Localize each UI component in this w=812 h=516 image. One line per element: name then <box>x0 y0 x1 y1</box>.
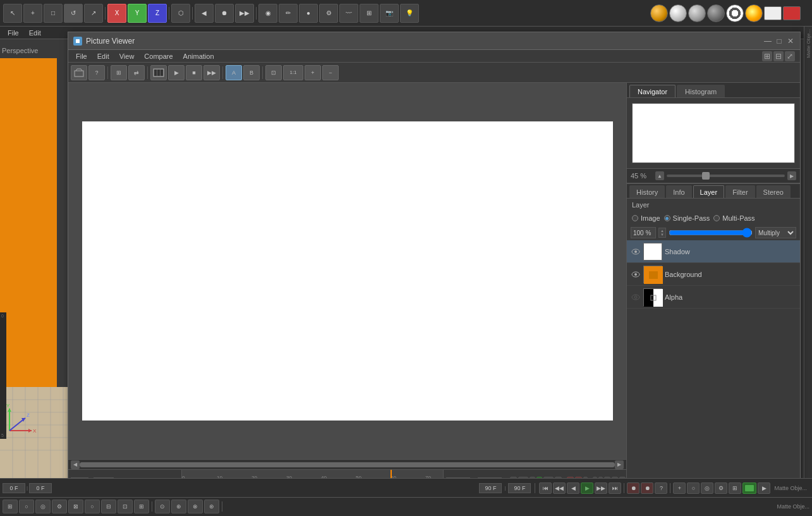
pv-compare-b-btn[interactable]: B <box>243 65 260 80</box>
bt-last[interactable]: ⏭ <box>609 482 621 494</box>
radio-multi-pass-btn[interactable] <box>713 215 720 221</box>
wave-btn[interactable]: 〰 <box>339 4 358 23</box>
bt-play[interactable]: ▶ <box>581 482 593 494</box>
rotate-tool[interactable]: ↺ <box>64 4 83 23</box>
pv-scroll-track[interactable] <box>80 462 615 467</box>
box2-btn[interactable]: ◉ <box>258 4 277 23</box>
bt-snap2[interactable]: ⊕ <box>171 500 186 513</box>
sphere-btn[interactable]: ● <box>299 4 318 23</box>
pv-filmstrip-btn[interactable] <box>150 65 167 80</box>
pv-canvas-inner[interactable] <box>68 83 626 459</box>
layer-row-background[interactable]: Background <box>627 263 800 286</box>
mode-red-rect[interactable] <box>783 6 801 20</box>
pv-zoom-100-btn[interactable]: 1:1 <box>283 65 303 80</box>
blend-mode-select[interactable]: Multiply Normal Add Screen <box>755 227 796 238</box>
gear-btn[interactable]: ⚙ <box>319 4 338 23</box>
add-tool[interactable]: + <box>23 4 42 23</box>
pv-btab-layer[interactable]: Layer <box>693 185 725 198</box>
cursor-tool[interactable]: ↖ <box>3 4 22 23</box>
cube-tool[interactable]: ⬡ <box>171 4 190 23</box>
pv-menu-file[interactable]: File <box>71 50 92 63</box>
mode-white-rect[interactable] <box>764 6 782 20</box>
layer-eye-bg[interactable] <box>631 269 641 280</box>
bt-frame-start[interactable] <box>3 483 25 493</box>
bt-mode1[interactable]: ⊞ <box>3 500 18 513</box>
layer-eye-shadow[interactable] <box>631 247 641 257</box>
mode-sun-btn[interactable] <box>745 4 763 22</box>
bt-extra4[interactable]: ⚙ <box>715 482 727 494</box>
pv-render2-btn[interactable]: ▶▶ <box>203 65 220 80</box>
mode-sphere-5[interactable] <box>726 4 744 22</box>
record-btn[interactable]: ⏺ <box>215 4 234 23</box>
pv-zoom-in-btn[interactable]: + <box>305 65 321 80</box>
bt-rec1[interactable]: ⏺ <box>627 482 639 494</box>
radio-image-btn[interactable] <box>632 215 638 221</box>
bt-extra3[interactable]: ◎ <box>701 482 713 494</box>
pv-zoom-out-btn[interactable]: − <box>322 65 339 80</box>
bt-mode3[interactable]: ◎ <box>35 500 51 513</box>
bt-rec-help[interactable]: ? <box>655 482 667 494</box>
select-tool[interactable]: □ <box>44 4 63 23</box>
opacity-stepper[interactable]: ▲ ▼ <box>658 228 666 238</box>
play-btn[interactable]: ◀ <box>195 4 214 23</box>
opacity-slider[interactable] <box>669 228 753 238</box>
pv-minimize-btn[interactable]: — <box>763 37 772 46</box>
pv-maximize-btn[interactable]: □ <box>775 37 784 46</box>
bt-play-fwd[interactable]: ▶▶ <box>595 482 607 494</box>
pv-scroll-thumb[interactable] <box>80 462 615 467</box>
layer-eye-alpha[interactable] <box>631 292 641 302</box>
bt-mode9[interactable]: ⊞ <box>134 500 149 513</box>
pv-zoom-thumb[interactable] <box>702 172 710 180</box>
pv-compare-a-btn[interactable]: A <box>226 65 242 80</box>
bt-mode2[interactable]: ○ <box>19 500 34 513</box>
grid-btn[interactable]: ⊞ <box>360 4 379 23</box>
x-axis-btn[interactable]: X <box>107 4 126 23</box>
bt-extra1[interactable]: + <box>673 482 686 494</box>
pv-scroll-left[interactable]: ◀ <box>71 460 80 469</box>
pv-tab-navigator[interactable]: Navigator <box>629 85 676 97</box>
mode-sphere-3[interactable] <box>688 4 706 22</box>
pv-menu-animation[interactable]: Animation <box>178 50 219 63</box>
bt-snap1[interactable]: ⊙ <box>155 500 170 513</box>
pv-expand-icon[interactable]: ⤢ <box>785 51 795 61</box>
bt-mode4[interactable]: ⚙ <box>52 500 67 513</box>
arrow-tool[interactable]: ↗ <box>84 4 103 23</box>
bt-play-rev[interactable]: ◀ <box>567 482 579 494</box>
bt-extra5[interactable]: ⊞ <box>729 482 741 494</box>
layer-row-shadow[interactable]: Shadow <box>627 240 800 263</box>
pv-stop-btn[interactable]: ■ <box>186 65 202 80</box>
camera-btn[interactable]: 📷 <box>380 4 399 23</box>
pv-zoom-slider[interactable] <box>667 175 785 177</box>
pv-btab-stereo[interactable]: Stereo <box>756 185 791 198</box>
menu-edit[interactable]: Edit <box>24 27 46 39</box>
bt-mode6[interactable]: ○ <box>85 500 100 513</box>
pv-render-btn[interactable]: ▶ <box>168 65 185 80</box>
y-axis-btn[interactable]: Y <box>128 4 147 23</box>
pv-zoom-stepper[interactable]: ▲ <box>655 171 664 180</box>
pv-menu-compare[interactable]: Compare <box>139 50 178 63</box>
pv-menu-edit[interactable]: Edit <box>92 50 114 63</box>
pv-zoom-fit-btn[interactable]: ⊡ <box>265 65 282 80</box>
menu-file[interactable]: File <box>3 27 24 39</box>
mode-sphere-2[interactable] <box>669 4 687 22</box>
pv-scroll-right[interactable]: ▶ <box>615 460 624 469</box>
pv-panel-icon1[interactable]: ⊞ <box>762 51 772 61</box>
light-btn[interactable]: 💡 <box>400 4 419 23</box>
bt-prev[interactable]: ◀◀ <box>553 482 566 494</box>
bt-first[interactable]: ⏮ <box>539 482 552 494</box>
play-fwd-btn[interactable]: ▶▶ <box>235 4 254 23</box>
pv-grid-view-btn[interactable]: ⊞ <box>111 65 127 80</box>
radio-single-pass-btn[interactable] <box>664 215 670 221</box>
bt-mode7[interactable]: ⊟ <box>101 500 116 513</box>
render-mode-btn[interactable] <box>650 4 668 22</box>
pen-btn[interactable]: ✏ <box>279 4 298 23</box>
pv-btab-info[interactable]: Info <box>666 185 691 198</box>
pv-transfer-btn[interactable]: ⇄ <box>128 65 145 80</box>
bt-rec2[interactable]: ⏺ <box>641 482 653 494</box>
z-axis-btn[interactable]: Z <box>148 4 167 23</box>
pv-close-btn[interactable]: ✕ <box>786 37 795 46</box>
pv-tab-histogram[interactable]: Histogram <box>677 85 725 97</box>
bt-mode5[interactable]: ⊠ <box>68 500 83 513</box>
opacity-input[interactable] <box>631 227 656 238</box>
pv-btab-history[interactable]: History <box>629 185 665 198</box>
